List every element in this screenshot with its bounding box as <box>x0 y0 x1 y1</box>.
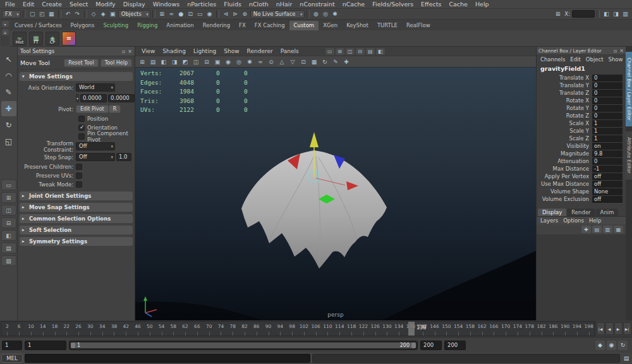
attribute-value-field[interactable]: 9.8 <box>592 150 623 157</box>
timeline-frame-label[interactable]: 14 <box>37 322 49 336</box>
timeline-frame-label[interactable]: 26 <box>73 322 85 336</box>
menubar-item[interactable]: Cache <box>445 0 471 9</box>
attribute-label[interactable]: Attenuation <box>537 158 592 164</box>
grid-toggle-icon[interactable]: ⊞ <box>137 57 147 66</box>
timeline-frame-label[interactable]: 6 <box>13 322 25 336</box>
layer-editor-menu-item[interactable]: Layers <box>538 217 561 224</box>
snapshot-icon[interactable]: ✚ <box>341 57 351 66</box>
edit-pivot-button[interactable]: Edit Pivot <box>76 105 109 113</box>
shelf-item-cp[interactable]: ◈ CP <box>46 32 59 46</box>
close-panel-icon[interactable]: × <box>619 48 624 54</box>
axis-orientation-dropdown[interactable]: World <box>76 83 115 92</box>
orientation-checkbox[interactable] <box>78 124 85 131</box>
auto-keyframe-icon[interactable]: ◉ <box>607 341 616 350</box>
command-input[interactable] <box>25 354 310 363</box>
open-scene-icon[interactable]: ◰ <box>37 9 47 18</box>
new-empty-layer-icon[interactable]: ✚ <box>581 226 591 233</box>
attribute-label[interactable]: Use Max Distance <box>537 181 592 187</box>
timeline-frame-label[interactable]: 94 <box>274 322 286 336</box>
timeline-frame-label[interactable]: 42 <box>120 322 132 336</box>
attribute-label[interactable]: Scale X <box>537 120 592 126</box>
shelf-tab[interactable]: FX Caching <box>250 21 289 30</box>
attribute-label[interactable]: Volume Exclusion <box>537 196 592 202</box>
timeline-frame-label[interactable]: 114 <box>334 322 346 336</box>
timeline-frame-label[interactable]: 90 <box>262 322 274 336</box>
timeline-frame-label[interactable]: 182 <box>535 322 547 336</box>
timeline-frame-label[interactable]: 186 <box>547 322 559 336</box>
shelf-menu-icon[interactable]: ▾ <box>2 21 9 27</box>
command-mode-button[interactable]: MEL <box>1 354 23 363</box>
menubar-item[interactable]: Help <box>471 0 493 9</box>
timeline-frame-label[interactable]: 54 <box>155 322 167 336</box>
undo-icon[interactable]: ↶ <box>63 9 73 18</box>
timeline-frame-label[interactable]: 126 <box>369 322 381 336</box>
toggle-channel-box-icon[interactable]: ▥ <box>621 9 630 18</box>
timeline-frame-label[interactable]: 86 <box>250 322 262 336</box>
layer-editor-menu-item[interactable]: Options <box>561 217 586 224</box>
new-layer-from-selected-icon[interactable]: ▤ <box>592 226 602 233</box>
collapsed-section-header[interactable]: Move Snap Settings <box>20 203 133 212</box>
shelf-tab[interactable]: TURTLE <box>373 21 402 30</box>
playback-start-field[interactable]: 1 <box>25 341 66 350</box>
collapsed-section-header[interactable]: Common Selection Options <box>20 214 133 223</box>
scale-tool[interactable]: ◱ <box>1 134 16 149</box>
manipulator-y-handle[interactable] <box>310 132 319 147</box>
channel-box-menu-item[interactable]: Channels <box>538 56 568 63</box>
channel-box-titlebar[interactable]: Channel Box / Layer Editor ▫× <box>537 47 626 55</box>
grease-pencil-icon[interactable]: ✎ <box>331 57 341 66</box>
timeline-frame-label[interactable]: 78 <box>227 322 239 336</box>
layout-single-pane[interactable]: ▭ <box>1 179 16 190</box>
timeline-frame-label[interactable]: 106 <box>310 322 322 336</box>
move-settings-section-header[interactable]: Move Settings <box>20 72 133 81</box>
live-surface-dropdown[interactable]: No Live Surface <box>250 10 305 18</box>
panel-layout-single-icon[interactable]: ▭ <box>325 48 334 55</box>
timeline-frame-label[interactable]: 178 <box>523 322 535 336</box>
layout-graph-persp[interactable]: ▨ <box>1 255 16 266</box>
channel-box-menu-item[interactable]: Object <box>583 56 606 63</box>
play-backwards-button[interactable]: ◀ <box>605 322 614 335</box>
grid-icon[interactable]: ⊞ <box>553 9 562 18</box>
select-component-icon[interactable]: ▣ <box>108 9 118 18</box>
shelf-tab[interactable]: RealFlow <box>402 21 435 30</box>
layer-editor-menu-item[interactable]: Help <box>586 217 604 224</box>
save-scene-icon[interactable]: ▦ <box>47 9 56 18</box>
shelf-tab[interactable]: Curves / Surfaces <box>10 21 66 30</box>
rotate-view-icon[interactable]: ↻ <box>320 57 330 66</box>
timeline-frame-label[interactable]: 110 <box>322 322 334 336</box>
timeline-frame-label[interactable]: 166 <box>488 322 500 336</box>
transform-constraint-dropdown[interactable]: Off <box>76 142 115 150</box>
viewport-menu-item[interactable]: Lighting <box>190 48 220 54</box>
layout-four-pane[interactable]: ⊞ <box>1 192 16 203</box>
playback-end-field[interactable]: 200 <box>420 341 442 350</box>
dock-panel-icon[interactable]: ▫ <box>614 48 617 54</box>
render-settings-icon[interactable]: ✱ <box>331 9 340 18</box>
shelf-tab-list-icon[interactable]: ≡ <box>2 29 9 35</box>
attribute-label[interactable]: Volume Shape <box>537 188 592 195</box>
select-object-icon[interactable]: ◈ <box>99 9 108 18</box>
attribute-value-field[interactable]: 1 <box>592 120 623 127</box>
layout-two-stacked[interactable]: ⊟ <box>1 217 16 228</box>
animation-end-field[interactable]: 200 <box>444 341 466 350</box>
select-hierarchy-icon[interactable]: ◇ <box>89 9 99 18</box>
menuset-dropdown[interactable]: FX <box>2 10 21 18</box>
timeline-frame-label[interactable]: 198 <box>583 322 595 336</box>
layer-move-up-icon[interactable]: ▥ <box>603 226 612 233</box>
timeline-frame-label[interactable]: 82 <box>239 322 251 336</box>
panel-layout-split-icon[interactable]: ◫ <box>346 48 355 55</box>
shelf-item-hist[interactable]: ≈ Hist <box>13 32 27 46</box>
attribute-value-field[interactable]: 0 <box>592 158 623 165</box>
range-start-handle[interactable] <box>71 343 75 348</box>
step-snap-dropdown[interactable]: Off <box>76 153 115 161</box>
snap-view-plane-icon[interactable]: ▭ <box>195 9 205 18</box>
menubar-item[interactable]: Effects <box>417 0 445 9</box>
attribute-label[interactable]: Apply Per Vertex <box>537 173 592 179</box>
coordinate-input[interactable] <box>572 10 595 18</box>
timeline-frame-label[interactable]: 10 <box>25 322 37 336</box>
multisample-icon[interactable]: ▽ <box>288 57 298 66</box>
lasso-select-tool[interactable]: ◠ <box>1 68 16 83</box>
shelf-tab[interactable]: Rendering <box>198 21 234 30</box>
animation-preferences-icon[interactable]: ↻ <box>618 341 628 350</box>
toggle-attribute-editor-icon[interactable]: ◧ <box>602 9 611 18</box>
collapsed-section-header[interactable]: Joint Orient Settings <box>20 191 133 200</box>
position-checkbox[interactable] <box>78 116 85 122</box>
